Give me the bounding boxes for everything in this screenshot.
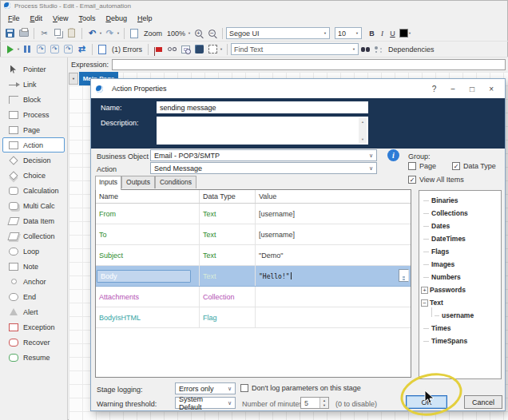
table-row[interactable]: BodyIsHTMLFlag [96, 307, 411, 328]
scroll-up-icon[interactable]: ▲ [361, 120, 364, 124]
stage-logging-combo[interactable]: Errors only ∨ [175, 382, 236, 394]
tree-item-images[interactable]: Images [421, 258, 501, 271]
redo-button[interactable]: ↷ [104, 27, 116, 39]
palette-item-note[interactable]: Note [2, 259, 65, 274]
info-icon[interactable]: i [387, 149, 399, 161]
group-page-checkbox[interactable]: Page [408, 162, 436, 170]
action-combo[interactable]: Send Message ∨ [150, 162, 377, 174]
palette-item-alert[interactable]: Alert [2, 304, 65, 319]
table-row[interactable]: SubjectText"Demo" [96, 245, 411, 266]
name-input[interactable] [157, 101, 368, 113]
reset-button[interactable]: ⇄ [76, 43, 88, 55]
param-value-cell[interactable] [256, 287, 411, 307]
palette-item-action[interactable]: Action [2, 137, 65, 153]
dialog-titlebar[interactable]: Action Properties ? − □ × [91, 79, 505, 98]
select-region-button[interactable] [207, 43, 219, 55]
palette-item-process[interactable]: Process [2, 107, 65, 122]
param-value-cell[interactable] [256, 307, 411, 327]
undo-button[interactable]: ↶ [86, 27, 98, 39]
palette-item-dataitem[interactable]: Data Item [2, 213, 65, 228]
search-stage-button[interactable] [180, 43, 192, 55]
step-in-button[interactable]: ↷ [35, 43, 47, 55]
zoom-in-button[interactable]: + [192, 27, 204, 39]
param-name-cell[interactable]: Attachments [96, 287, 200, 307]
minimize-button[interactable]: − [450, 85, 455, 93]
tree-item-datetimes[interactable]: DateTimes [421, 232, 501, 245]
tree-item-numbers[interactable]: Numbers [421, 271, 501, 283]
tree-item-passwords[interactable]: +Passwords [421, 283, 501, 296]
menu-file[interactable]: File [5, 13, 27, 24]
palette-item-recover[interactable]: Recover [2, 335, 65, 350]
zoom-page-button[interactable] [129, 27, 141, 39]
save-button[interactable] [4, 27, 16, 39]
errors-count-label[interactable]: (1) Errors [112, 46, 142, 53]
cancel-button[interactable]: Cancel [464, 395, 502, 409]
param-name-cell[interactable]: Subject [96, 245, 200, 265]
redo-dropdown[interactable]: ▼ [117, 31, 120, 35]
tab-outputs[interactable]: Outputs [121, 176, 155, 188]
business-object-combo[interactable]: Email - POP3/SMTP ∨ [150, 149, 377, 161]
palette-item-end[interactable]: End [2, 289, 65, 304]
bold-button[interactable]: B [367, 28, 377, 39]
param-value-cell[interactable]: "Hello!" [256, 266, 411, 286]
param-value-cell[interactable]: [username] [256, 224, 411, 244]
close-button[interactable]: × [489, 85, 494, 93]
print-button[interactable] [18, 27, 30, 39]
zoom-dropdown[interactable]: ▼ [188, 31, 191, 35]
spin-down-icon[interactable]: ▼ [323, 403, 326, 407]
tree-item-times[interactable]: Times [421, 322, 501, 335]
menu-help[interactable]: Help [134, 13, 160, 24]
region-dropdown[interactable]: ▼ [220, 47, 223, 51]
pause-button[interactable] [22, 43, 34, 55]
scroll-down-icon[interactable]: ▼ [361, 137, 364, 141]
param-name-cell[interactable]: From [96, 204, 200, 224]
param-value-cell[interactable]: [username] [256, 204, 411, 224]
expand-plus-icon[interactable]: + [421, 287, 428, 294]
table-row[interactable]: ToText[username] [96, 224, 411, 245]
step-out-button[interactable]: ↷ [62, 43, 74, 55]
watch-button[interactable] [166, 43, 178, 55]
table-row[interactable]: BodyText"Hello!" [96, 266, 411, 287]
find-text-combo[interactable]: Find Text ▼ [231, 43, 359, 55]
tree-item-text[interactable]: −Text [421, 296, 501, 309]
param-value-cell[interactable]: "Demo" [256, 245, 411, 265]
param-name-cell[interactable]: To [96, 224, 200, 244]
palette-item-block[interactable]: Block [2, 92, 65, 107]
tree-item-dates[interactable]: Dates [421, 220, 501, 232]
collapse-minus-icon[interactable]: − [421, 299, 428, 307]
palette-item-calculation[interactable]: Calculation [2, 183, 65, 198]
cut-button[interactable]: ✂ [38, 27, 50, 39]
palette-item-pointer[interactable]: Pointer [2, 61, 65, 77]
paste-button[interactable] [65, 27, 77, 39]
font-size-combo[interactable]: 10 ▼ [335, 27, 362, 39]
play-dropdown[interactable]: ▼ [17, 47, 20, 51]
menu-tools[interactable]: Tools [75, 13, 102, 24]
tree-item-collections[interactable]: Collections [421, 207, 501, 220]
palette-item-page[interactable]: Page [2, 122, 65, 137]
italic-button[interactable]: I [377, 28, 387, 39]
palette-item-collection[interactable]: Collection [2, 228, 65, 244]
menu-edit[interactable]: Edit [27, 13, 50, 24]
menu-view[interactable]: View [50, 13, 75, 24]
description-textarea[interactable]: ▲ ▼ [157, 117, 368, 145]
dependencies-label[interactable]: Dependencies [388, 46, 435, 53]
minutes-spinner[interactable]: 5 ▲ ▼ [300, 397, 329, 409]
tab-conditions[interactable]: Conditions [155, 176, 196, 188]
palette-item-link[interactable]: Link [2, 77, 65, 92]
tab-inputs[interactable]: Inputs [95, 176, 121, 190]
spin-up-icon[interactable]: ▲ [323, 398, 326, 402]
tree-item-username[interactable]: username [421, 309, 501, 322]
tree-item-timespans[interactable]: TimeSpans [421, 335, 501, 347]
tree-item-binaries[interactable]: Binaries [421, 194, 501, 207]
copy-button[interactable] [52, 27, 64, 39]
play-button[interactable] [4, 43, 16, 55]
font-color-swatch[interactable] [399, 29, 408, 38]
underline-button[interactable]: U [387, 28, 398, 39]
breakpoint-button[interactable] [153, 43, 165, 55]
font-family-combo[interactable]: Segoe UI ▼ [226, 27, 330, 39]
zoom-out-button[interactable]: − [206, 27, 218, 39]
palette-item-decision[interactable]: Decision [2, 153, 65, 168]
param-name-cell[interactable]: Body [96, 266, 200, 286]
scrollbar[interactable]: ▲ ▼ [359, 118, 367, 143]
dont-log-checkbox[interactable]: Don't log parameters on this stage [240, 384, 361, 392]
